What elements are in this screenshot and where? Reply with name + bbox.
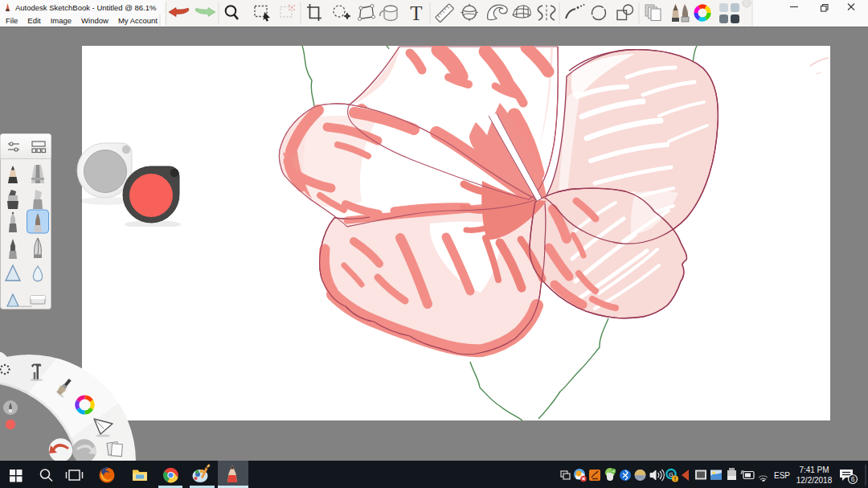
svg-text:G: G [669, 472, 673, 478]
svg-text:6: 6 [851, 475, 855, 483]
svg-text:T: T [410, 2, 422, 24]
svg-text:12/2/2018: 12/2/2018 [796, 476, 833, 485]
svg-text:ESP: ESP [774, 471, 790, 480]
svg-text:7:41 PM: 7:41 PM [799, 465, 829, 474]
svg-text:!: ! [674, 476, 676, 482]
